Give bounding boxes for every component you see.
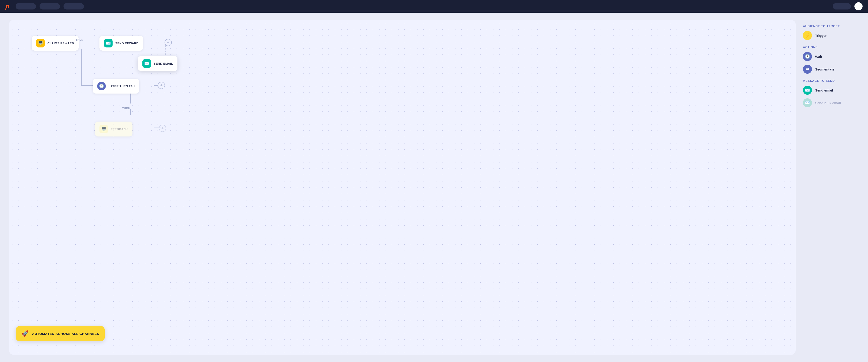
send-reward-label: SEND REWARD (115, 41, 138, 45)
send-bulk-item[interactable]: ✉️ Send bulk email (803, 98, 859, 107)
panel-send-email-icon: ✉️ (803, 86, 812, 95)
wait-item[interactable]: 🕐 Wait (803, 52, 859, 61)
send-bulk-label: Send bulk email (815, 101, 841, 105)
feedback-icon: 🖥️ (99, 125, 108, 133)
automated-badge: 🚀 AUTOMATED ACROSS ALL CHANNELS (16, 326, 105, 341)
feedback-label: FEEDBACK (111, 127, 128, 131)
wait-label: Wait (815, 55, 822, 59)
avatar[interactable] (855, 2, 863, 10)
later-node[interactable]: 🕐 LATER THEN 24H (93, 79, 139, 94)
panel-send-bulk-icon: ✉️ (803, 98, 812, 107)
later-icon: 🕐 (97, 82, 106, 90)
main-content: 🖥️ CLAIMS REWARD THEN → ✉️ SEND REWARD +… (0, 13, 868, 362)
trigger-label: Trigger (815, 34, 827, 37)
send-email-panel-label: Send email (815, 88, 833, 92)
add-button-1[interactable]: + (164, 39, 172, 46)
workflow-canvas[interactable]: 🖥️ CLAIMS REWARD THEN → ✉️ SEND REWARD +… (9, 20, 796, 355)
send-reward-node[interactable]: ✉️ SEND REWARD (99, 36, 143, 51)
claims-reward-icon: 🖥️ (36, 39, 45, 47)
message-section: MESSAGE TO SEND ✉️ Send email ✉️ Send bu… (803, 79, 859, 107)
audience-title: AUDIENCE TO TARGET (803, 24, 859, 28)
add-button-2[interactable]: + (158, 82, 165, 89)
if-connector: IF → (67, 81, 73, 84)
claims-reward-node[interactable]: 🖥️ CLAIMS REWARD (32, 36, 79, 51)
send-email-node[interactable]: ✉️ SEND EMAIL (138, 56, 178, 71)
send-email-label: SEND EMAIL (154, 62, 173, 65)
app-logo: p (5, 3, 9, 10)
claims-reward-label: CLAIMS REWARD (48, 41, 74, 45)
right-panel: AUDIENCE TO TARGET ⚡ Trigger ACTIONS 🕐 W… (796, 20, 859, 355)
send-email-icon: ✉️ (143, 59, 151, 68)
nav-pill-right[interactable] (833, 3, 851, 9)
actions-title: ACTIONS (803, 45, 859, 49)
rocket-icon: 🚀 (21, 330, 29, 337)
nav-pill-3[interactable] (64, 3, 84, 9)
trigger-icon: ⚡ (803, 31, 812, 40)
then-connector-1: THEN → (76, 38, 87, 41)
navbar: p (0, 0, 868, 13)
message-title: MESSAGE TO SEND (803, 79, 859, 83)
segmentate-icon: ⇌ (803, 65, 812, 74)
later-label: LATER THEN 24H (108, 85, 135, 88)
segmentate-label: Segmentate (815, 67, 834, 71)
nav-pill-2[interactable] (39, 3, 60, 9)
add-button-3[interactable]: + (159, 125, 166, 132)
nav-pill-1[interactable] (16, 3, 36, 9)
wait-icon: 🕐 (803, 52, 812, 61)
trigger-item[interactable]: ⚡ Trigger (803, 31, 859, 40)
actions-section: ACTIONS 🕐 Wait ⇌ Segmentate (803, 45, 859, 74)
feedback-node[interactable]: 🖥️ FEEDBACK (95, 122, 132, 136)
send-reward-icon: ✉️ (104, 39, 113, 47)
segmentate-item[interactable]: ⇌ Segmentate (803, 65, 859, 74)
send-email-item[interactable]: ✉️ Send email (803, 86, 859, 95)
connector-lines (9, 20, 796, 355)
audience-section: AUDIENCE TO TARGET ⚡ Trigger (803, 24, 859, 40)
then-below-label: THEN ↓ (122, 107, 130, 114)
badge-text: AUTOMATED ACROSS ALL CHANNELS (32, 332, 99, 335)
